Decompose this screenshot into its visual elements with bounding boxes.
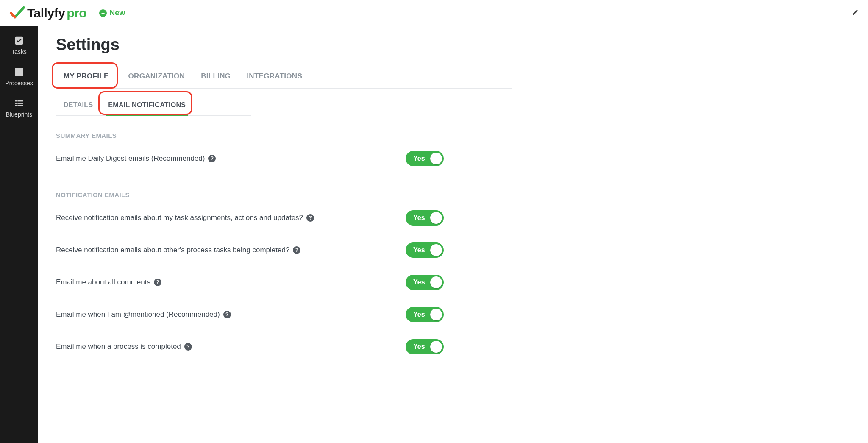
sidebar-item-tasks[interactable]: Tasks	[0, 36, 38, 55]
main-content: Settings MY PROFILE ORGANIZATION BILLING…	[38, 26, 868, 443]
svg-rect-9	[15, 105, 17, 106]
checkbox-icon	[14, 36, 24, 46]
setting-row-daily-digest: Email me Daily Digest emails (Recommende…	[56, 142, 444, 175]
toggle-label: Yes	[413, 214, 425, 222]
toggle-label: Yes	[413, 246, 425, 254]
help-icon[interactable]: ?	[223, 311, 231, 318]
sidebar-item-processes[interactable]: Processes	[0, 67, 38, 86]
help-icon[interactable]: ?	[306, 214, 314, 222]
subtab-email-notifications[interactable]: EMAIL NOTIFICATIONS	[108, 101, 186, 115]
brand-name-2: pro	[67, 6, 86, 20]
sidebar: Tasks Processes Blueprint	[0, 26, 38, 443]
svg-rect-6	[17, 100, 23, 102]
setting-row-others-tasks: Receive notification emails about other'…	[56, 234, 444, 266]
tab-billing[interactable]: BILLING	[201, 64, 231, 88]
tab-my-profile[interactable]: MY PROFILE	[56, 64, 112, 88]
toggle-others-tasks[interactable]: Yes	[406, 242, 444, 258]
toggle-daily-digest[interactable]: Yes	[406, 151, 444, 166]
toggle-knob	[430, 212, 442, 224]
setting-label: Receive notification emails about my tas…	[56, 214, 303, 222]
tabs-secondary: DETAILS EMAIL NOTIFICATIONS	[56, 92, 251, 116]
toggle-knob	[430, 244, 442, 256]
setting-label: Email me when I am @mentioned (Recommend…	[56, 310, 220, 319]
setting-label: Email me when a process is completed	[56, 343, 181, 351]
toggle-label: Yes	[413, 311, 425, 318]
toggle-label: Yes	[413, 155, 425, 162]
toggle-label: Yes	[413, 279, 425, 286]
setting-label: Receive notification emails about other'…	[56, 246, 289, 254]
svg-rect-10	[17, 105, 23, 106]
svg-rect-2	[19, 68, 23, 72]
setting-row-task-assignments: Receive notification emails about my tas…	[56, 202, 444, 234]
toggle-label: Yes	[413, 343, 425, 351]
section-title-notifications: NOTIFICATION EMAILS	[56, 191, 850, 198]
sidebar-divider	[7, 124, 31, 124]
sidebar-item-label: Tasks	[11, 48, 27, 55]
toggle-at-mentioned[interactable]: Yes	[406, 307, 444, 322]
subtab-details[interactable]: DETAILS	[64, 101, 93, 115]
tab-organization[interactable]: ORGANIZATION	[128, 64, 185, 88]
setting-label: Email me about all comments	[56, 278, 150, 287]
setting-row-process-completed: Email me when a process is completed ? Y…	[56, 331, 444, 363]
toggle-process-completed[interactable]: Yes	[406, 339, 444, 354]
help-icon[interactable]: ?	[293, 246, 300, 254]
logo-check-icon	[9, 6, 25, 20]
section-title-summary: SUMMARY EMAILS	[56, 132, 850, 139]
brand-logo[interactable]: Tallyfypro	[9, 6, 86, 20]
svg-rect-7	[15, 103, 17, 104]
setting-label: Email me Daily Digest emails (Recommende…	[56, 154, 205, 163]
toggle-all-comments[interactable]: Yes	[406, 275, 444, 290]
grid-icon	[14, 67, 24, 77]
toggle-knob	[430, 309, 442, 320]
toggle-knob	[430, 276, 442, 288]
sidebar-item-blueprints[interactable]: Blueprints	[0, 98, 38, 118]
svg-rect-8	[17, 103, 23, 104]
toggle-knob	[430, 153, 442, 164]
svg-rect-5	[15, 100, 17, 102]
svg-rect-3	[15, 72, 19, 76]
sidebar-item-label: Processes	[5, 80, 33, 86]
help-icon[interactable]: ?	[184, 343, 192, 351]
divider	[56, 175, 444, 175]
svg-rect-4	[19, 72, 23, 76]
app-header: Tallyfypro + New	[0, 0, 868, 26]
brand-name-1: Tallyfy	[27, 6, 65, 20]
toggle-task-assignments[interactable]: Yes	[406, 210, 444, 226]
page-title: Settings	[56, 36, 850, 54]
list-icon	[14, 98, 24, 109]
help-icon[interactable]: ?	[154, 279, 161, 286]
pencil-icon[interactable]	[852, 9, 860, 17]
new-button[interactable]: + New	[99, 8, 125, 17]
tabs-primary: MY PROFILE ORGANIZATION BILLING INTEGRAT…	[56, 64, 512, 89]
sidebar-item-label: Blueprints	[6, 111, 32, 118]
tab-integrations[interactable]: INTEGRATIONS	[247, 64, 302, 88]
svg-rect-1	[15, 68, 19, 72]
plus-circle-icon: +	[99, 9, 107, 17]
new-button-label: New	[109, 8, 125, 17]
toggle-knob	[430, 341, 442, 353]
help-icon[interactable]: ?	[208, 155, 216, 162]
setting-row-at-mentioned: Email me when I am @mentioned (Recommend…	[56, 298, 444, 331]
setting-row-all-comments: Email me about all comments ? Yes	[56, 266, 444, 298]
